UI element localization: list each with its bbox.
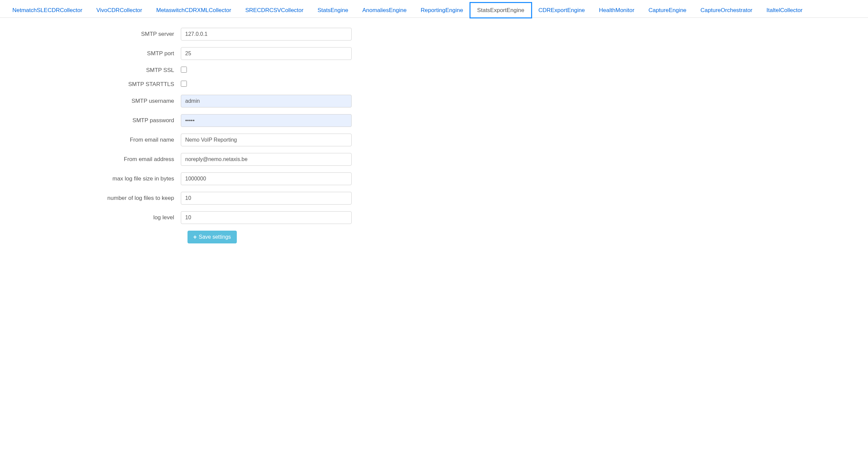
tab-cdrexportengine[interactable]: CDRExportEngine bbox=[531, 3, 592, 18]
form-row-smtp-ssl: SMTP SSL bbox=[7, 67, 362, 74]
max-log-size-label: max log file size in bytes bbox=[7, 176, 181, 182]
tab-healthmonitor[interactable]: HealthMonitor bbox=[592, 3, 642, 18]
smtp-password-input[interactable] bbox=[181, 114, 352, 127]
tab-srecdrcsvcollector[interactable]: SRECDRCSVCollector bbox=[238, 3, 310, 18]
smtp-server-input[interactable] bbox=[181, 28, 352, 40]
form-row-from-email-address: From email address bbox=[7, 153, 362, 166]
tab-anomaliesengine[interactable]: AnomaliesEngine bbox=[355, 3, 413, 18]
smtp-username-label: SMTP username bbox=[7, 98, 181, 104]
form-row-smtp-port: SMTP port bbox=[7, 47, 362, 60]
smtp-server-label: SMTP server bbox=[7, 31, 181, 37]
save-button-label: Save settings bbox=[199, 234, 231, 240]
form-row-smtp-server: SMTP server bbox=[7, 28, 362, 40]
form-row-max-log-size: max log file size in bytes bbox=[7, 173, 362, 185]
plus-icon: + bbox=[193, 234, 197, 240]
tab-captureengine[interactable]: CaptureEngine bbox=[641, 3, 693, 18]
form-row-smtp-username: SMTP username bbox=[7, 95, 362, 107]
form-row-log-level: log level bbox=[7, 211, 362, 224]
tab-vivocdrcollector[interactable]: VivoCDRCollector bbox=[89, 3, 149, 18]
form-row-smtp-starttls: SMTP STARTTLS bbox=[7, 81, 362, 88]
settings-form: SMTP server SMTP port SMTP SSL SMTP STAR… bbox=[0, 18, 368, 253]
from-email-address-input[interactable] bbox=[181, 153, 352, 166]
smtp-username-input[interactable] bbox=[181, 95, 352, 107]
smtp-port-input[interactable] bbox=[181, 47, 352, 60]
form-row-num-log-files: number of log files to keep bbox=[7, 192, 362, 205]
log-level-input[interactable] bbox=[181, 211, 352, 224]
save-settings-button[interactable]: + Save settings bbox=[188, 231, 237, 243]
from-email-name-input[interactable] bbox=[181, 133, 352, 146]
tab-reportingengine[interactable]: ReportingEngine bbox=[413, 3, 470, 18]
form-row-smtp-password: SMTP password bbox=[7, 114, 362, 127]
smtp-starttls-label: SMTP STARTTLS bbox=[7, 81, 181, 88]
log-level-label: log level bbox=[7, 214, 181, 221]
tabs-navigation: NetmatchSLECDRCollectorVivoCDRCollectorM… bbox=[0, 0, 868, 18]
tab-captureorchestrator[interactable]: CaptureOrchestrator bbox=[693, 3, 760, 18]
tab-metaswitchcdrxmlcollector[interactable]: MetaswitchCDRXMLCollector bbox=[149, 3, 238, 18]
smtp-password-label: SMTP password bbox=[7, 117, 181, 124]
from-email-name-label: From email name bbox=[7, 136, 181, 143]
smtp-ssl-checkbox[interactable] bbox=[181, 67, 187, 73]
smtp-ssl-label: SMTP SSL bbox=[7, 67, 181, 74]
from-email-address-label: From email address bbox=[7, 156, 181, 163]
smtp-port-label: SMTP port bbox=[7, 50, 181, 57]
smtp-starttls-checkbox[interactable] bbox=[181, 81, 187, 87]
num-log-files-label: number of log files to keep bbox=[7, 195, 181, 202]
tab-statsengine[interactable]: StatsEngine bbox=[310, 3, 355, 18]
button-row: + Save settings bbox=[7, 231, 362, 243]
num-log-files-input[interactable] bbox=[181, 192, 352, 205]
form-row-from-email-name: From email name bbox=[7, 133, 362, 146]
tab-statsexportengine[interactable]: StatsExportEngine bbox=[470, 3, 531, 18]
tab-netmatchslecdrcollector[interactable]: NetmatchSLECDRCollector bbox=[5, 3, 89, 18]
max-log-size-input[interactable] bbox=[181, 173, 352, 185]
tab-italtelcollector[interactable]: ItaltelCollector bbox=[760, 3, 810, 18]
